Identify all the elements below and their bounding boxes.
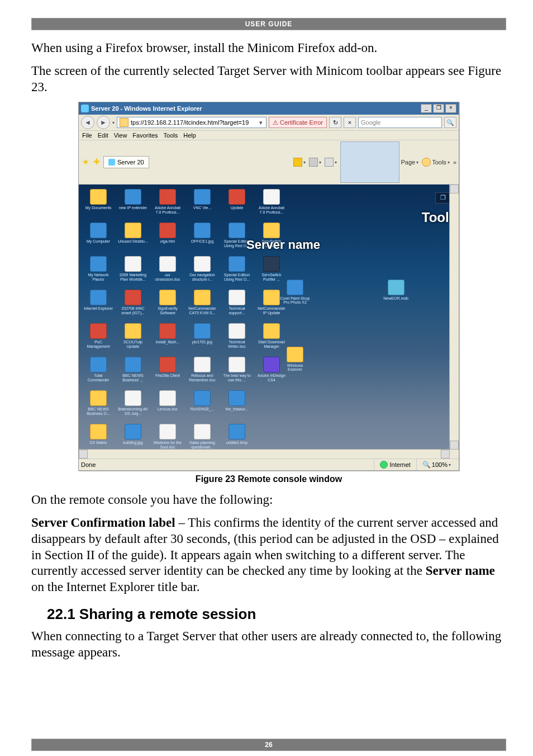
zoom-value: 100%	[432, 461, 448, 468]
app-icon	[194, 290, 211, 305]
doc-icon	[194, 424, 211, 440]
server-name-badge: Server name	[246, 238, 320, 252]
print-dropdown-icon[interactable]: ▾	[335, 160, 337, 165]
desktop-icon[interactable]: FileZilla Client	[153, 357, 183, 388]
desktop-icon[interactable]: Technical support...	[222, 290, 252, 321]
icon-label: Special Edition Using Red O...	[222, 273, 252, 281]
restore-button[interactable]: ❐	[433, 104, 444, 113]
page-root: USER GUIDE When using a Firefox browser,…	[0, 0, 533, 756]
tools-menu-dropdown-icon[interactable]: ▾	[448, 160, 450, 165]
search-input[interactable]: Google	[358, 117, 442, 128]
desktop-icon[interactable]: 2009 Marketing Plan Workbk...	[118, 256, 148, 287]
desktop-icon[interactable]: The best way to use this ...	[222, 357, 252, 388]
menu-file[interactable]: File	[82, 132, 92, 139]
desktop-icon[interactable]: VNC Vie...	[187, 189, 217, 220]
desktop-icon[interactable]: Brainstroming AV DS July...	[118, 390, 148, 422]
refresh-button[interactable]: ↻	[329, 117, 341, 128]
desktop-icon-win-explorer[interactable]: Windows Explorer	[280, 347, 310, 371]
search-go-button[interactable]: 🔍	[444, 117, 456, 128]
zoom-dropdown-icon[interactable]: ▾	[449, 462, 451, 467]
icon-label: NewEOR.mdb	[383, 296, 408, 300]
tools-menu-label: Tools	[432, 159, 446, 166]
add-favorite-icon[interactable]: ✚	[92, 158, 101, 167]
browser-tab[interactable]: Server 20	[103, 156, 149, 168]
desktop-icon[interactable]: SCOUTutp Update	[118, 323, 148, 355]
horizontal-scrollbar[interactable]	[79, 449, 450, 459]
tab-label: Server 20	[117, 159, 144, 166]
icon-label: Windows Explorer	[280, 363, 310, 371]
image-icon	[194, 223, 211, 238]
page-menu-button[interactable]: Page▾	[340, 141, 418, 183]
favorites-star-icon[interactable]: ★	[81, 158, 90, 167]
window-titlebar[interactable]: Server 20 - Windows Internet Explorer _ …	[79, 102, 459, 115]
feeds-button[interactable]: ▾	[309, 158, 321, 167]
desktop-icon[interactable]: olga.htm	[153, 223, 183, 254]
toolbar-restore-icon[interactable]: ❐	[439, 194, 447, 202]
app-icon	[90, 357, 107, 372]
desktop-icon-newocr[interactable]: NewEOR.mdb	[383, 280, 408, 300]
desktop-icon[interactable]: Adobe Acrobat 7.0 Professi...	[153, 189, 183, 220]
pdf-icon	[159, 189, 176, 205]
icon-label: untitled.bmp	[226, 441, 248, 445]
doc-icon	[229, 223, 245, 238]
desktop-icon[interactable]: PoC Management	[83, 323, 113, 355]
menu-view[interactable]: View	[114, 132, 127, 139]
status-zone-text: Internet	[390, 461, 411, 468]
address-dropdown-icon[interactable]: ▾	[258, 119, 264, 126]
desktop-icon[interactable]: OFFICE1.jpg	[187, 223, 217, 254]
forward-button[interactable]: ►	[97, 116, 110, 129]
tools-menu-button[interactable]: Tools▾	[422, 158, 450, 167]
nav-history-dropdown[interactable]: ▾	[112, 120, 115, 125]
feed-dropdown-icon[interactable]: ▾	[319, 160, 321, 165]
desktop-icon[interactable]: SignEverify Software	[153, 290, 183, 321]
desktop-icon[interactable]: RoHS%20_...	[187, 390, 217, 422]
home-dropdown-icon[interactable]: ▾	[303, 160, 306, 165]
icon-label: pic1701.jpg	[192, 340, 212, 344]
menu-help[interactable]: Help	[183, 132, 196, 139]
remote-desktop[interactable]: My Documents new IP extender Adobe Acrob…	[79, 185, 459, 459]
desktop-icon[interactable]: NetCommander CAT5 KVM S...	[187, 290, 217, 321]
desktop-icon-corel[interactable]: Corel Paint Shop Pro Photo X2	[280, 280, 310, 304]
desktop-icon[interactable]: BBC NEWS Business O...	[83, 390, 113, 422]
desktop-icon[interactable]: Refocus and Remember.doc	[187, 357, 217, 388]
icon-label: My Computer	[87, 239, 110, 244]
home-button[interactable]: ▾	[293, 158, 306, 167]
close-button[interactable]: ×	[445, 104, 456, 113]
desktop-icon[interactable]: Our navigation structure l...	[187, 256, 217, 287]
desktop-icon[interactable]: Technical Writer.doc	[222, 323, 252, 355]
desktop-icon[interactable]: 232708 MNC smart (IGT)...	[118, 290, 148, 321]
status-zone[interactable]: Internet	[374, 459, 416, 470]
desktop-icon[interactable]: Lenova.doc	[153, 390, 183, 422]
zoom-control[interactable]: 🔍 100% ▾	[416, 459, 456, 470]
back-button[interactable]: ◄	[81, 116, 94, 129]
toolbar-overflow-icon[interactable]: »	[453, 159, 456, 166]
stop-button[interactable]: ×	[344, 117, 356, 128]
menu-edit[interactable]: Edit	[98, 132, 108, 139]
menu-tools[interactable]: Tools	[164, 132, 178, 139]
page-menu-dropdown-icon[interactable]: ▾	[416, 160, 418, 165]
desktop-icon-my-network[interactable]: My Network Places	[83, 256, 113, 287]
print-button[interactable]: ▾	[325, 158, 337, 167]
explorer-icon	[287, 347, 303, 362]
desktop-icon-ie[interactable]: Internet Explorer	[83, 290, 113, 321]
menu-favorites[interactable]: Favorites	[132, 132, 158, 139]
app-icon	[263, 290, 280, 305]
desktop-icon[interactable]: Update	[222, 189, 252, 220]
doc-icon	[125, 390, 141, 406]
certificate-error-button[interactable]: ⚠ Certificate Error	[269, 117, 327, 128]
desktop-icon[interactable]: new IP extender	[118, 189, 148, 220]
desktop-icon[interactable]: our obsession.doc	[153, 256, 183, 287]
desktop-icon[interactable]: Total Commander	[83, 357, 113, 388]
address-input[interactable]: tps://192.168.2.117/itcindex.html?target…	[117, 117, 266, 128]
desktop-icon[interactable]: the_treasur...	[222, 390, 252, 422]
desktop-icon[interactable]: Unused Deskto...	[118, 223, 148, 254]
desktop-icon-my-documents[interactable]: My Documents	[83, 189, 113, 220]
desktop-icon[interactable]: Adobe Acrobat 7.0 Professi...	[256, 189, 287, 220]
desktop-icon-my-computer[interactable]: My Computer	[83, 223, 113, 254]
desktop-icon[interactable]: install_flash...	[153, 323, 183, 355]
desktop-icon[interactable]: pic1701.jpg	[187, 323, 217, 355]
desktop-icon[interactable]: Special Edition Using Red O...	[222, 256, 252, 287]
minimize-button[interactable]: _	[421, 104, 432, 113]
vertical-scrollbar[interactable]	[449, 185, 459, 450]
desktop-icon[interactable]: BBC NEWS Business' ...	[118, 357, 148, 388]
